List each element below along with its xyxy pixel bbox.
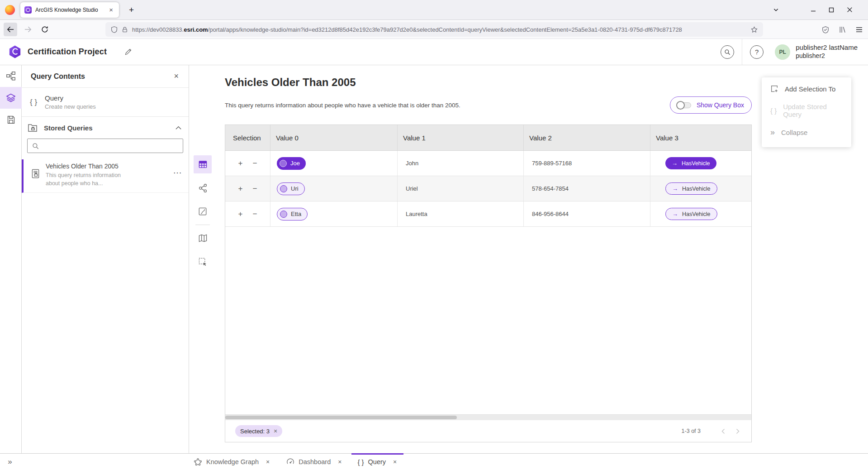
tab-knowledge-graph[interactable]: Knowledge Graph × — [194, 454, 270, 470]
panel-title: Query Contents — [31, 72, 85, 81]
remove-from-selection-button[interactable]: − — [252, 209, 258, 219]
edit-project-title-pencil-icon[interactable] — [124, 48, 133, 56]
bottom-tab-bar: » Knowledge Graph × Dashboard × { } Quer… — [0, 453, 868, 470]
arcgis-knowledge-favicon-icon — [24, 6, 32, 14]
browser-navigation-bar: https://dev0028833.esri.com/portal/apps/… — [0, 20, 868, 39]
hamburger-menu-icon[interactable] — [856, 27, 863, 33]
stored-queries-search-input[interactable] — [43, 143, 178, 149]
left-icon-strip — [0, 65, 22, 453]
previous-page-chevron-icon[interactable] — [716, 427, 730, 436]
forward-button[interactable] — [21, 23, 34, 36]
cell-value: John — [406, 160, 418, 167]
braces-icon: { } — [357, 458, 364, 466]
selection-tools-button[interactable] — [194, 253, 212, 271]
menu-item-update-stored-query: { } Update Stored Query — [762, 100, 851, 121]
stored-query-item[interactable]: Vehicles Older Than 2005 This query retu… — [22, 159, 189, 193]
braces-icon: { } — [770, 107, 777, 115]
new-tab-button[interactable]: + — [126, 5, 137, 15]
tab-close-icon[interactable]: × — [265, 458, 270, 465]
selected-count-label: Selected: 3 — [240, 428, 270, 435]
browser-tab-bar: ArcGIS Knowledge Studio × + — [0, 0, 868, 20]
knowledge-graph-icon — [194, 458, 202, 466]
arrow-right-icon: → — [672, 186, 678, 192]
query-result-title: Vehicles Older Than 2005 — [225, 76, 356, 89]
expand-panel-chevrons-icon[interactable]: » — [0, 457, 20, 466]
stored-query-title: Vehicles Older Than 2005 — [46, 163, 136, 170]
reload-button[interactable] — [38, 23, 52, 36]
new-query-item[interactable]: { } Query Create new queries — [22, 88, 189, 117]
firefox-logo-icon[interactable] — [5, 5, 15, 15]
remove-from-selection-button[interactable]: − — [252, 158, 258, 168]
save-button[interactable] — [0, 109, 22, 130]
tracking-protection-shield-icon[interactable] — [111, 26, 118, 33]
tab-close-icon[interactable]: × — [392, 458, 398, 465]
selection-context-menu: Add Selection To { } Update Stored Query… — [762, 77, 851, 147]
toggle-switch-icon[interactable] — [676, 101, 692, 110]
menu-item-collapse[interactable]: » Collapse — [762, 121, 851, 143]
show-query-box-toggle[interactable]: Show Query Box — [670, 96, 752, 114]
relationship-pill[interactable]: →HasVehicle — [665, 157, 716, 169]
next-page-chevron-icon[interactable] — [730, 427, 745, 436]
remove-from-selection-button[interactable]: − — [252, 184, 258, 193]
tab-close-icon[interactable]: × — [337, 458, 342, 465]
search-icon — [32, 143, 39, 149]
add-to-selection-button[interactable]: + — [237, 158, 244, 168]
connection-lock-icon[interactable] — [122, 26, 128, 33]
panel-close-icon[interactable]: × — [170, 71, 182, 82]
tab-query[interactable]: { } Query × — [351, 454, 403, 470]
library-icon[interactable] — [839, 26, 846, 34]
add-to-map-button[interactable] — [194, 229, 212, 247]
table-row: + − Uri Uriel 578-654-7854 →HasVehicle — [225, 176, 751, 201]
back-button[interactable] — [4, 23, 17, 36]
cell-value: 578-654-7854 — [532, 185, 569, 192]
pocket-shield-icon[interactable] — [822, 26, 829, 34]
user-subtitle: publisher2 — [796, 52, 858, 60]
project-title: Certification Project — [28, 47, 107, 57]
browser-tab[interactable]: ArcGIS Knowledge Studio × — [20, 2, 119, 18]
table-empty-area — [225, 227, 751, 414]
header-divider — [742, 39, 742, 65]
relationship-pill[interactable]: →HasVehicle — [665, 208, 717, 220]
window-maximize-button[interactable] — [822, 5, 840, 15]
table-view-button[interactable] — [194, 155, 212, 173]
relationship-pill[interactable]: →HasVehicle — [665, 182, 717, 195]
app-body: Query Contents × { } Query Create new qu… — [0, 65, 868, 453]
menu-item-add-selection-to[interactable]: Add Selection To — [762, 78, 851, 100]
knowledge-studio-logo-icon[interactable] — [9, 45, 21, 59]
entity-pill[interactable]: Uri — [277, 182, 305, 195]
add-to-selection-button[interactable]: + — [237, 209, 244, 219]
contents-layers-button[interactable] — [0, 87, 22, 109]
query-result-description: This query returns information about peo… — [225, 102, 460, 109]
tab-dashboard[interactable]: Dashboard × — [286, 454, 342, 470]
link-chart-view-button[interactable] — [194, 179, 212, 197]
entity-pill[interactable]: Joe — [277, 157, 306, 170]
url-bar[interactable]: https://dev0028833.esri.com/portal/apps/… — [105, 22, 763, 37]
chevron-up-icon[interactable] — [175, 126, 181, 130]
column-header-value0: Value 0 — [270, 125, 398, 150]
url-text: https://dev0028833.esri.com/portal/apps/… — [132, 26, 747, 33]
bookmark-star-icon[interactable] — [751, 26, 758, 33]
table-row: + − Etta Lauretta 846-956-8644 →HasVehic… — [225, 201, 751, 227]
data-model-button[interactable] — [0, 65, 22, 87]
map-view-button[interactable] — [194, 202, 212, 221]
stored-query-options-ellipsis-icon[interactable]: ··· — [174, 169, 182, 176]
column-header-value3: Value 3 — [650, 125, 751, 150]
clear-selection-icon[interactable]: × — [274, 428, 277, 434]
search-button[interactable] — [721, 45, 734, 59]
entity-pill[interactable]: Etta — [277, 208, 308, 221]
add-to-selection-button[interactable]: + — [237, 184, 244, 193]
query-viewer: Vehicles Older Than 2005 This query retu… — [189, 65, 868, 453]
window-minimize-button[interactable] — [804, 5, 822, 15]
stored-queries-folder-icon — [28, 123, 38, 132]
user-menu[interactable]: publisher2 lastName publisher2 — [796, 43, 859, 60]
stored-queries-search — [27, 139, 183, 153]
window-close-button[interactable] — [840, 4, 859, 15]
tab-close-icon[interactable]: × — [107, 5, 115, 14]
stored-queries-section-header[interactable]: Stored Queries — [22, 117, 189, 139]
scrollbar-thumb[interactable] — [225, 416, 457, 419]
help-button[interactable]: ? — [750, 45, 764, 59]
user-name: publisher2 lastName — [796, 43, 858, 52]
list-tabs-chevron-icon[interactable] — [767, 4, 785, 15]
table-header-row: Selection Value 0 Value 1 Value 2 Value … — [225, 125, 751, 151]
avatar[interactable]: PL — [775, 44, 790, 60]
